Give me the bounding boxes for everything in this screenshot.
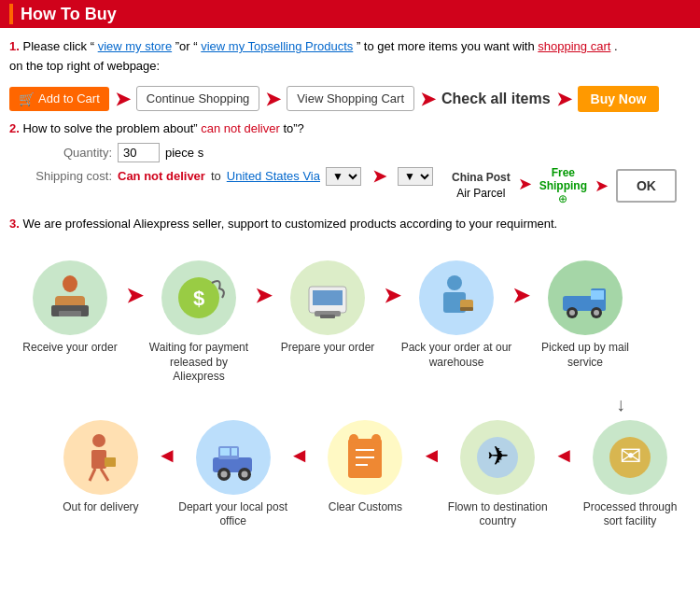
svg-rect-13	[460, 307, 473, 311]
shipping-via-select[interactable]: ▼	[326, 167, 361, 186]
to-text: to	[211, 169, 221, 183]
step1-number: 1.	[9, 39, 20, 53]
svg-line-43	[101, 469, 108, 481]
header-bar: How To Buy	[0, 0, 700, 28]
shipping-cost-section: Shipping cost: Can not deliver to United…	[28, 166, 433, 190]
svg-rect-9	[320, 315, 335, 318]
svg-text:✈: ✈	[487, 442, 509, 471]
workflow-item-receive: Receive your order	[14, 260, 126, 356]
workflow-item-depart: Depart your local post office	[177, 420, 289, 529]
step2-title: 2. How to solve the problem about” can n…	[9, 121, 691, 135]
workflow-arrow-2: ➤	[255, 260, 272, 308]
workflow-row-1: Receive your order ➤ $ Waiting for payme…	[14, 260, 686, 385]
svg-point-29	[349, 434, 358, 443]
step1-link1[interactable]: view my store	[98, 39, 172, 53]
shipping-arrow: ➤	[372, 166, 386, 187]
buy-now-button[interactable]: Buy Now	[578, 86, 660, 112]
step1-text1: Please click “	[22, 39, 94, 53]
workflow-arrow-7: ◄	[289, 420, 310, 468]
svg-line-42	[90, 469, 95, 481]
workflow-label-pickup: Picked up by mail service	[529, 341, 641, 370]
svg-point-0	[63, 275, 77, 292]
workflow-row-2: ✉ Processed through sort facility ◄ ✈ Fl…	[14, 420, 686, 529]
svg-rect-38	[231, 448, 237, 456]
check-all-items-text: Check all items	[441, 91, 551, 107]
china-post-section: China Post Air Parcel ➤ Free Shipping ⊕ …	[452, 166, 677, 205]
shipping-to-ok-arrow: ➤	[518, 174, 532, 198]
workflow-section: Receive your order ➤ $ Waiting for payme…	[9, 251, 691, 548]
quantity-unit: piece s	[165, 146, 203, 160]
add-to-cart-button[interactable]: 🛒 Add to Cart	[9, 87, 109, 111]
workflow-label-prepare: Prepare your order	[281, 341, 375, 356]
step1-link3[interactable]: shopping cart	[538, 39, 610, 53]
step2-highlight: can not deliver	[201, 121, 280, 135]
shipping-option-select[interactable]: ▼	[398, 167, 433, 186]
svg-rect-40	[91, 450, 106, 469]
svg-text:✉: ✉	[620, 442, 641, 471]
workflow-item-delivery: Out for delivery	[45, 420, 157, 515]
workflow-label-flown: Flown to destination country	[441, 500, 553, 529]
cant-deliver-text: Can not deliver	[118, 169, 205, 183]
flow-row: 🛒 Add to Cart ➤ Continue Shopping ➤ View…	[9, 86, 691, 112]
customs-icon	[328, 420, 402, 495]
workflow-label-receive: Receive your order	[22, 341, 117, 356]
svg-point-33	[220, 471, 227, 477]
free-shipping-to-ok-arrow: ➤	[595, 176, 609, 196]
step2-text1: How to solve the problem about”	[22, 121, 197, 135]
workflow-item-pickup: Picked up by mail service	[529, 260, 641, 370]
svg-point-17	[569, 310, 575, 316]
ok-button[interactable]: OK	[616, 169, 677, 203]
shipping-label: Shipping cost:	[28, 169, 112, 183]
step2-text2: to”?	[283, 121, 303, 135]
workflow-item-customs: Clear Customs	[309, 420, 421, 515]
workflow-item-payment: $ Waiting for payment released by Aliexp…	[143, 260, 255, 385]
receive-icon	[33, 260, 107, 335]
workflow-arrow-8: ◄	[421, 420, 441, 468]
united-states-link[interactable]: United States Via	[227, 169, 320, 183]
svg-point-35	[241, 471, 247, 477]
step2-number: 2.	[9, 121, 20, 135]
workflow-arrow-1: ➤	[126, 260, 143, 308]
step3-text: We are professional Aliexpress seller, s…	[22, 217, 557, 231]
step3-number: 3.	[9, 217, 20, 231]
step-3: 3. We are professional Aliexpress seller…	[9, 215, 691, 233]
workflow-label-depart: Depart your local post office	[177, 500, 289, 529]
processed-icon: ✉	[593, 420, 667, 495]
workflow-arrow-4: ➤	[512, 260, 529, 308]
step1-text3: ” to get more items you want with	[357, 39, 535, 53]
workflow-arrow-3: ➤	[384, 260, 400, 308]
step-1: 1. Please click “ view my store ”or “ vi…	[9, 37, 691, 77]
view-shopping-cart-button[interactable]: View Shopping Cart	[287, 86, 414, 111]
payment-icon: $	[161, 260, 236, 335]
workflow-label-payment: Waiting for payment released by Aliexpre…	[143, 341, 255, 385]
arrow2: ➤	[265, 88, 281, 110]
workflow-label-customs: Clear Customs	[329, 500, 402, 515]
step1-link2[interactable]: view my Topselling Products	[201, 39, 353, 53]
delivery-icon	[63, 420, 138, 495]
svg-rect-20	[591, 290, 604, 300]
page-title: How To Buy	[21, 5, 117, 24]
svg-point-30	[371, 434, 381, 443]
workflow-label-processed: Processed through sort facility	[574, 500, 686, 529]
pack-icon	[419, 260, 494, 335]
step-2: 2. How to solve the problem about” can n…	[9, 121, 691, 205]
prepare-icon	[290, 260, 365, 335]
svg-point-39	[92, 434, 105, 447]
depart-icon	[196, 420, 271, 495]
cart-icon: 🛒	[19, 91, 35, 106]
svg-point-19	[594, 310, 599, 316]
arrow4: ➤	[556, 88, 572, 110]
flown-icon: ✈	[460, 420, 535, 495]
step1-text4: .	[614, 39, 618, 53]
step1-text5: on the top right of webpage:	[9, 59, 160, 73]
svg-text:$: $	[193, 287, 204, 310]
workflow-item-flown: ✈ Flown to destination country	[441, 420, 553, 529]
workflow-item-pack: Pack your order at our warehouse	[400, 260, 512, 370]
continue-shopping-button[interactable]: Continue Shopping	[136, 86, 260, 111]
workflow-label-delivery: Out for delivery	[63, 500, 138, 515]
svg-rect-7	[313, 290, 343, 305]
quantity-input[interactable]	[118, 143, 160, 162]
workflow-arrow-9: ◄	[553, 420, 574, 468]
svg-rect-37	[220, 448, 230, 456]
free-shipping-box: Free Shipping ⊕	[539, 166, 587, 205]
